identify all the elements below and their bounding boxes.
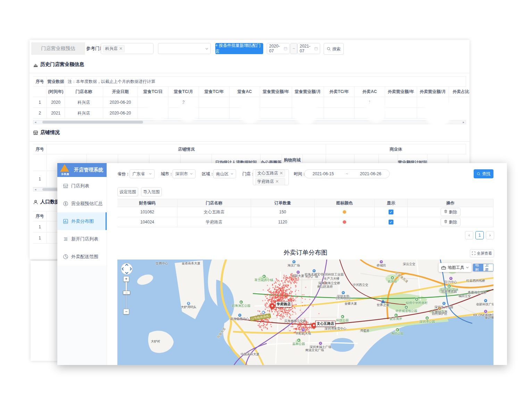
scroll-left-icon[interactable]: ◂ <box>33 120 38 124</box>
header-cell: 堂食TC/年 <box>199 87 230 97</box>
delivery-map[interactable]: 交易中心金港商务大厦▪海滨广场▪前海卓越宝中时代广场⚓大铲湾码头大铲村▲前海演艺… <box>117 260 493 365</box>
briefcase-icon <box>441 266 446 270</box>
visibility-cell <box>375 217 408 227</box>
close-icon[interactable]: ✕ <box>275 179 279 184</box>
pagination-page-1[interactable]: 1 <box>475 231 484 239</box>
sidebar-item-revenue-summary[interactable]: 营业额预估汇总 <box>57 195 107 212</box>
zoom-out-button[interactable]: − <box>123 309 129 314</box>
zoom-slider-handle[interactable]: — <box>123 291 130 295</box>
search-icon <box>327 47 331 51</box>
actions-cell: 删除 <box>408 217 493 227</box>
data-cell: 科兴店 <box>65 108 103 119</box>
sidebar-item-new-stores[interactable]: 新开门店列表 <box>57 230 107 248</box>
city-label: 城市： <box>161 169 173 178</box>
map-pan-control[interactable] <box>120 262 133 275</box>
chart-icon <box>63 219 68 224</box>
province-label: 省份： <box>117 169 130 178</box>
time-start[interactable]: 2021-06-15 <box>313 171 334 176</box>
data-cell: 文心五路店 <box>177 207 251 217</box>
time-separator: ~ <box>346 171 348 176</box>
map-mode-button[interactable]: 地图 <box>473 264 483 271</box>
header-cell: 营业数据 <box>47 76 65 87</box>
pagination-next[interactable]: › <box>486 231 494 239</box>
district-select[interactable]: 南山区 <box>213 169 236 178</box>
tab-revenue-forecast[interactable]: 门店营业额预估 <box>31 42 85 55</box>
zoom-in-button[interactable]: + <box>123 276 129 282</box>
batch-add-button[interactable]: + 按条件批量新增匹配门店 <box>215 43 263 54</box>
import-range-button[interactable]: 导入范围 <box>141 187 162 196</box>
data-cell: 科兴店 <box>65 97 103 108</box>
icon-color-cell <box>315 217 375 227</box>
data-cell: 学府路店 <box>177 217 251 227</box>
data-cell <box>324 97 355 108</box>
province-select[interactable]: 广东省 <box>130 169 155 178</box>
chevron-down-icon <box>149 172 152 175</box>
find-button[interactable]: 查找 <box>474 169 493 178</box>
store-tag-label: 文心五路店 <box>257 171 278 176</box>
shop-section-title: 店铺情况 <box>33 129 60 136</box>
scrollbar-thumb[interactable] <box>42 121 143 124</box>
delete-button[interactable]: 删除 <box>441 218 460 226</box>
visibility-checkbox[interactable] <box>389 220 393 224</box>
header-cell: (时间年) <box>47 87 65 97</box>
store-tag[interactable]: 学府路店✕ <box>255 178 285 185</box>
header-cell: 堂食营业额/年 <box>260 87 292 97</box>
header-cell: 外卖占比 <box>449 87 469 97</box>
marker-color-dot <box>343 210 346 214</box>
ref-store-input[interactable]: 科兴店✕ <box>101 43 153 54</box>
data-cell: 2020-06-20 <box>103 108 138 119</box>
store-management-window: 乐凯撒 开店管理系统 门店列表营业额预估汇总外卖分布图新开门店列表外卖配送范围 … <box>57 163 507 365</box>
fullscreen-button[interactable]: 全屏查看 <box>470 249 494 257</box>
sidebar-item-delivery-range-label: 外卖配送范围 <box>71 254 98 260</box>
store-multiselect[interactable]: 文心五路店✕学府路店✕ <box>253 169 289 185</box>
date-start-input[interactable]: 2020-07 <box>267 43 290 54</box>
map-zoom-control[interactable]: + — − <box>119 262 135 314</box>
close-icon[interactable]: ✕ <box>280 171 283 176</box>
chevron-down-icon <box>190 172 193 175</box>
scroll-right-icon[interactable]: ▸ <box>462 120 466 124</box>
redacted-blur <box>241 103 259 122</box>
header-cell: 堂食AC <box>230 87 260 97</box>
map-canvas <box>117 260 493 365</box>
match-store-select[interactable] <box>158 43 211 54</box>
city-select[interactable]: 深圳市 <box>173 169 196 178</box>
shop-icon <box>33 130 38 135</box>
map-tools-button[interactable]: 地图工具 <box>439 263 472 272</box>
history-note: 注：本年度数据，以截止上个月的数据进行计算 <box>65 76 466 87</box>
time-range-input[interactable]: 2021-06-15 ~ 2021-06-26 <box>304 169 390 178</box>
data-cell: 2020 <box>47 97 65 108</box>
date-end-input[interactable]: 2021-07 <box>297 43 320 54</box>
actions-cell: 删除 <box>408 207 493 217</box>
close-icon[interactable]: ✕ <box>119 46 123 51</box>
calendar-icon <box>284 46 287 51</box>
sidebar-item-delivery-range[interactable]: 外卖配送范围 <box>57 248 107 265</box>
data-cell: 1 <box>33 171 47 187</box>
sidebar-item-revenue-summary-label: 营业额预估汇总 <box>71 201 103 207</box>
district-label: 区域： <box>202 169 214 178</box>
time-end[interactable]: 2021-06-26 <box>360 171 381 176</box>
visibility-checkbox[interactable] <box>389 210 393 214</box>
set-range-button[interactable]: 设定范围 <box>117 187 138 196</box>
delete-button[interactable]: 删除 <box>441 208 460 216</box>
search-button[interactable]: 搜索 <box>324 43 344 55</box>
visibility-cell <box>375 207 408 217</box>
header-cell <box>33 154 47 171</box>
header-cell: 图标颜色 <box>315 199 375 207</box>
header-cell: 开业日期 <box>103 87 138 97</box>
search-icon <box>477 172 481 176</box>
satellite-mode-button[interactable]: 卫星 <box>483 264 493 271</box>
sidebar-item-delivery-map[interactable]: 外卖分布图 <box>57 212 107 230</box>
header-cell <box>33 87 47 97</box>
chevron-right-icon: › <box>489 233 491 238</box>
scroll-left-icon[interactable]: ◂ <box>33 188 38 191</box>
orders-row: 101062文心五路店150删除 <box>117 207 493 217</box>
brand-name: 乐凯撒 <box>58 172 72 176</box>
store-tag[interactable]: 文心五路店✕ <box>255 170 285 177</box>
pagination-prev[interactable]: ‹ <box>465 231 473 239</box>
group-header-cell: 店铺情况 <box>47 144 326 154</box>
ref-store-tag[interactable]: 科兴店✕ <box>103 45 125 52</box>
store-tag-label: 学府路店 <box>257 179 274 184</box>
pie-icon <box>63 254 68 260</box>
data-cell <box>260 97 292 108</box>
sidebar-item-store-list[interactable]: 门店列表 <box>57 177 107 195</box>
